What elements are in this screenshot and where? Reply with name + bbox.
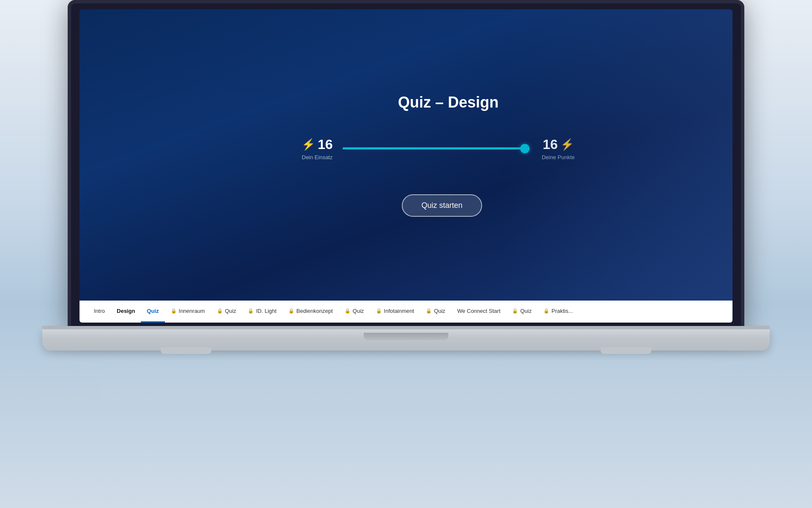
nav-item-intro-label: Intro <box>94 308 105 314</box>
progress-track <box>343 147 529 149</box>
nav-item-idlight[interactable]: 🔒 ID. Light <box>242 301 282 323</box>
progress-dot <box>520 144 529 153</box>
nav-item-quiz-2[interactable]: 🔒 Quiz <box>211 301 242 323</box>
main-area: Quiz – Design ⚡ 16 Dein Einsatz <box>80 9 732 301</box>
nav-item-infotainment[interactable]: 🔒 Infotainment <box>370 301 420 323</box>
nav-item-quiz-4[interactable]: 🔒 Quiz <box>420 301 451 323</box>
laptop-outer: Quiz – Design ⚡ 16 Dein Einsatz <box>68 0 744 360</box>
nav-item-bedienkonzept[interactable]: 🔒 Bedienkonzept <box>283 301 339 323</box>
score-left-value: ⚡ 16 <box>302 137 333 152</box>
nav-item-quiz-3-label: Quiz <box>353 308 364 314</box>
lock-icon-infotainment: 🔒 <box>376 308 382 314</box>
nav-item-quiz-1-label: Quiz <box>147 308 159 314</box>
nav-item-quiz-1[interactable]: Quiz <box>141 301 165 323</box>
score-row: ⚡ 16 Dein Einsatz 16 ⚡ <box>296 137 584 160</box>
progress-fill <box>343 147 529 149</box>
nav-item-quiz-5[interactable]: 🔒 Quiz <box>506 301 538 323</box>
nav-item-quiz-4-label: Quiz <box>434 308 445 314</box>
screen-content: Quiz – Design ⚡ 16 Dein Einsatz <box>80 9 732 323</box>
lock-icon-quiz4: 🔒 <box>426 308 432 314</box>
lock-icon-quiz2: 🔒 <box>217 308 223 314</box>
nav-item-quiz-2-label: Quiz <box>225 308 236 314</box>
lock-icon-quiz3: 🔒 <box>345 308 351 314</box>
nav-item-bedienkonzept-label: Bedienkonzept <box>296 308 333 314</box>
bolt-left-icon: ⚡ <box>302 138 315 151</box>
laptop-base <box>42 329 770 351</box>
lock-icon-innenraum: 🔒 <box>171 308 177 314</box>
quiz-starten-button[interactable]: Quiz starten <box>402 194 482 217</box>
nav-item-design[interactable]: Design <box>111 301 141 323</box>
nav-item-infotainment-label: Infotainment <box>384 308 414 314</box>
nav-item-praktis-label: Praktis... <box>551 308 573 314</box>
lock-icon-quiz5: 🔒 <box>512 308 518 314</box>
lock-icon-idlight: 🔒 <box>248 308 254 314</box>
score-left: ⚡ 16 Dein Einsatz <box>296 137 338 160</box>
nav-item-innenraum[interactable]: 🔒 Innenraum <box>165 301 211 323</box>
nav-item-intro[interactable]: Intro <box>88 301 111 323</box>
score-left-label: Dein Einsatz <box>302 154 333 160</box>
nav-bar: Intro Design Quiz 🔒 Innenraum 🔒 Quiz <box>80 301 732 323</box>
nav-item-weconnect[interactable]: We Connect Start <box>451 301 506 323</box>
nav-item-weconnect-label: We Connect Start <box>457 308 500 314</box>
nav-item-idlight-label: ID. Light <box>256 308 276 314</box>
nav-item-quiz-3[interactable]: 🔒 Quiz <box>339 301 370 323</box>
lock-icon-praktis: 🔒 <box>543 308 549 314</box>
score-right: 16 ⚡ Deine Punkte <box>533 137 584 160</box>
nav-item-praktis[interactable]: 🔒 Praktis... <box>538 301 579 323</box>
score-right-value: 16 ⚡ <box>543 137 574 152</box>
bolt-right-icon: ⚡ <box>560 138 574 151</box>
score-right-label: Deine Punkte <box>542 154 575 160</box>
nav-item-design-label: Design <box>117 308 135 314</box>
screen-bezel: Quiz – Design ⚡ 16 Dein Einsatz <box>68 0 744 330</box>
laptop-reflection <box>102 351 719 401</box>
nav-item-quiz-5-label: Quiz <box>520 308 532 314</box>
nav-item-innenraum-label: Innenraum <box>179 308 205 314</box>
lock-icon-bedienkonzept: 🔒 <box>288 308 294 314</box>
page-title: Quiz – Design <box>398 94 499 111</box>
